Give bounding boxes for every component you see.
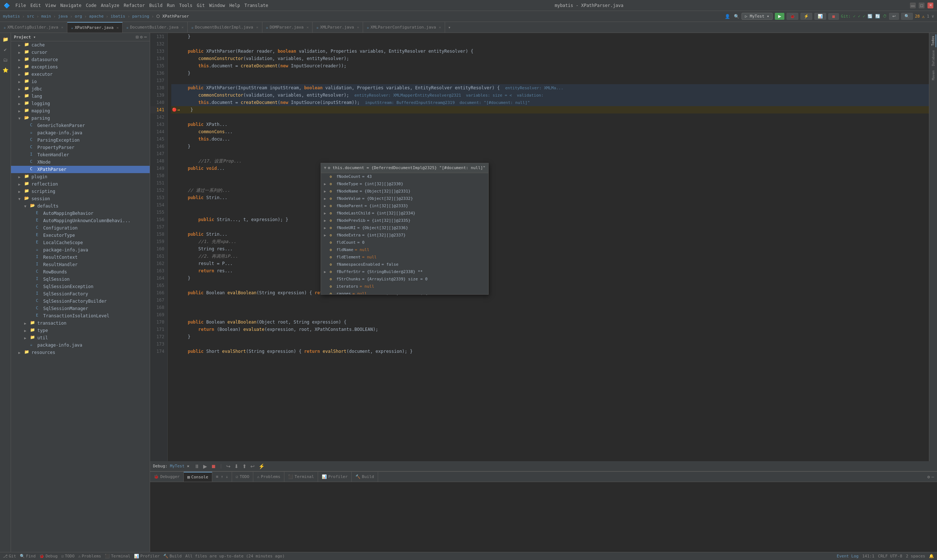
step-out-button[interactable]: ⬆	[242, 463, 248, 470]
item-arrow[interactable]: ▶	[324, 210, 328, 217]
debug-item-fnodecount[interactable]: ⚙ fNodeCount = 43	[321, 173, 488, 180]
tree-item-tokenhandler[interactable]: I TokenHandler	[11, 151, 150, 158]
tree-item-logging[interactable]: ▶ 📁 logging	[11, 100, 150, 107]
tree-item-io[interactable]: ▶ 📁 io	[11, 78, 150, 85]
tree-item-transaction[interactable]: ▶ 📁 transaction	[11, 320, 150, 327]
tree-item-package-info-parsing[interactable]: ☕ package-info.java	[11, 129, 150, 137]
minimize-button[interactable]: —	[910, 3, 916, 8]
sidebar-structure-icon[interactable]: 🗂	[1, 55, 10, 64]
tree-item-transactionisolationlevel[interactable]: E TransactionIsolationLevel	[11, 312, 150, 320]
tab-documentbuilder[interactable]: ☕ DocumentBuilder.java ✕	[123, 22, 188, 32]
menu-window[interactable]: Window	[209, 3, 225, 8]
sidebar-commit-icon[interactable]: ✔	[1, 45, 10, 54]
item-arrow[interactable]: ▶	[324, 268, 328, 275]
debug-item-fldname[interactable]: ⚙ fldName = null	[321, 246, 488, 254]
debug-item-iterators[interactable]: ⚙ iterators = null	[321, 283, 488, 290]
item-arrow[interactable]: ▶	[324, 195, 328, 202]
menu-run[interactable]: Run	[167, 3, 175, 8]
undo-button[interactable]: ↩	[889, 13, 899, 20]
tree-item-sqlsessionfactorybuilder[interactable]: C SqlSessionFactoryBuilder	[11, 298, 150, 305]
database-panel-label[interactable]: Database	[931, 49, 936, 67]
debug-item-fnodelastchild[interactable]: ▶ ⚙ fNodeLastChild = {int[32][]@2334}	[321, 210, 488, 217]
menu-bar[interactable]: File Edit View Navigate Code Analyze Ref…	[15, 3, 268, 8]
bottom-tab-debugger[interactable]: 🐞 Debugger	[150, 472, 184, 482]
nav-run-config[interactable]: ▷ MyTest ▾	[742, 13, 772, 20]
tree-item-sqlsessionmanager[interactable]: C SqlSessionManager	[11, 305, 150, 312]
item-arrow[interactable]: ▶	[324, 180, 328, 188]
nav-user-icon[interactable]: 👤	[725, 14, 730, 19]
bottom-tab-terminal[interactable]: ⬛ Terminal	[285, 472, 318, 482]
expand-icon[interactable]: ▼	[324, 165, 326, 172]
code-area[interactable]: } public XPathParser(Reader reader, bool…	[168, 33, 929, 461]
tree-item-parsingexception[interactable]: C ParsingException	[11, 137, 150, 144]
menu-refactor[interactable]: Refactor	[124, 3, 145, 8]
menu-tools[interactable]: Tools	[179, 3, 192, 8]
tab-domparser[interactable]: ☕ DOMParser.java ✕	[262, 22, 313, 32]
tree-item-executor[interactable]: ▶ 📁 executor	[11, 71, 150, 78]
debug-item-ranges[interactable]: ⚙ ranges = null	[321, 290, 488, 295]
tab-close-5[interactable]: ✕	[357, 25, 359, 29]
menu-edit[interactable]: Edit	[31, 3, 41, 8]
menu-git[interactable]: Git	[197, 3, 205, 8]
tab-close-6[interactable]: ✕	[439, 25, 441, 29]
evaluate-button[interactable]: ⚡	[258, 463, 265, 470]
tab-xmlparser[interactable]: ☕ XMLParser.java ✕	[312, 22, 363, 32]
tree-item-datasource[interactable]: ▶ 📁 datasource	[11, 56, 150, 63]
menu-translate[interactable]: Translate	[245, 3, 268, 8]
tab-close-4[interactable]: ✕	[306, 25, 309, 29]
debug-button[interactable]: 🐞	[786, 13, 798, 20]
tree-item-rowbounds[interactable]: C RowBounds	[11, 268, 150, 275]
item-arrow[interactable]: ▶	[324, 188, 328, 195]
tab-xpathparser[interactable]: ☕ XPathParser.java ✕	[67, 22, 123, 32]
nav-src[interactable]: src	[27, 14, 34, 18]
bottom-minimize-icon[interactable]: —	[931, 474, 934, 480]
status-indent[interactable]: 2 spaces	[906, 554, 925, 558]
tab-close-2[interactable]: ✕	[182, 25, 184, 29]
debug-item-fldcount[interactable]: ⚙ fldCount = 0	[321, 239, 488, 246]
debug-item-fnodename[interactable]: ▶ ⚙ fNodeName = {Object[32][]@2331}	[321, 188, 488, 195]
step-over-button[interactable]: ↪	[225, 463, 231, 470]
tree-item-session[interactable]: ▼ 📂 session	[11, 195, 150, 202]
debug-tooltip-popup[interactable]: ▼ ⊙ this.document = {DeferredDocumentImp…	[321, 163, 489, 295]
coverage-button[interactable]: ⚡	[800, 13, 812, 20]
menu-file[interactable]: File	[15, 3, 26, 8]
nav-apache[interactable]: apache	[89, 14, 103, 18]
status-notification[interactable]: 🔔	[929, 554, 934, 558]
tab-close-1[interactable]: ✕	[116, 26, 118, 30]
debug-item-fnodeuri[interactable]: ▶ ⚙ fNodeURI = {Object[32][]@2336}	[321, 225, 488, 232]
tree-item-package-info-2[interactable]: ☕ package-info.java	[11, 342, 150, 349]
tree-item-reflection[interactable]: ▶ 📁 reflection	[11, 180, 150, 188]
tree-item-propertyparser[interactable]: C PropertyParser	[11, 144, 150, 151]
debug-item-fnamespacesen[interactable]: ⚙ fNamespacesEnabled = false	[321, 261, 488, 268]
menu-code[interactable]: Code	[86, 3, 97, 8]
todos-panel-label[interactable]: Todos	[931, 34, 936, 47]
tree-item-resources[interactable]: ▶ 📁 resources	[11, 349, 150, 356]
status-profiler[interactable]: 📊 Profiler	[134, 554, 160, 558]
tree-item-plugin[interactable]: ▶ 📁 plugin	[11, 173, 150, 180]
settings-icon[interactable]: ⚙	[140, 34, 143, 40]
nav-search-icon[interactable]: 🔍	[734, 14, 739, 19]
debug-item-fbufferstr[interactable]: ▶ ⚙ fBufferStr = {StringBuilder@2338} **	[321, 268, 488, 275]
debug-item-fnodeextra[interactable]: ▶ ⚙ fNodeExtra = {int[32][]@2337}	[321, 232, 488, 239]
tree-item-sqlsession[interactable]: I SqlSession	[11, 275, 150, 283]
tree-item-automappingunknown[interactable]: E AutoMappingUnknownColumnBehavi...	[11, 217, 150, 225]
tree-item-sqlsessionfactory[interactable]: I SqlSessionFactory	[11, 290, 150, 298]
profile-button[interactable]: 📊	[814, 13, 826, 20]
menu-help[interactable]: Help	[229, 3, 240, 8]
bottom-tab-console[interactable]: ▤ Console	[184, 472, 212, 482]
tree-item-scripting[interactable]: ▶ 📁 scripting	[11, 188, 150, 195]
tree-item-resulthandler[interactable]: I ResultHandler	[11, 261, 150, 268]
tab-close-3[interactable]: ✕	[256, 25, 258, 29]
item-arrow[interactable]: ▶	[324, 225, 328, 232]
status-find[interactable]: 🔍 Find	[20, 554, 36, 558]
status-git[interactable]: ⎇ Git	[3, 554, 16, 558]
tree-item-configuration[interactable]: C Configuration	[11, 225, 150, 232]
status-terminal[interactable]: ⬛ Terminal	[105, 554, 130, 558]
tree-item-defaults[interactable]: ▼ 📂 defaults	[11, 202, 150, 210]
tree-item-resultcontext[interactable]: I ResultContext	[11, 254, 150, 261]
stop-button[interactable]: ⏹	[828, 13, 839, 20]
tree-item-generictokenparser[interactable]: C GenericTokenParser	[11, 122, 150, 129]
nav-main[interactable]: main	[42, 14, 51, 18]
nav-java[interactable]: java	[58, 14, 68, 18]
nav-warning-count[interactable]: 28	[915, 14, 920, 18]
